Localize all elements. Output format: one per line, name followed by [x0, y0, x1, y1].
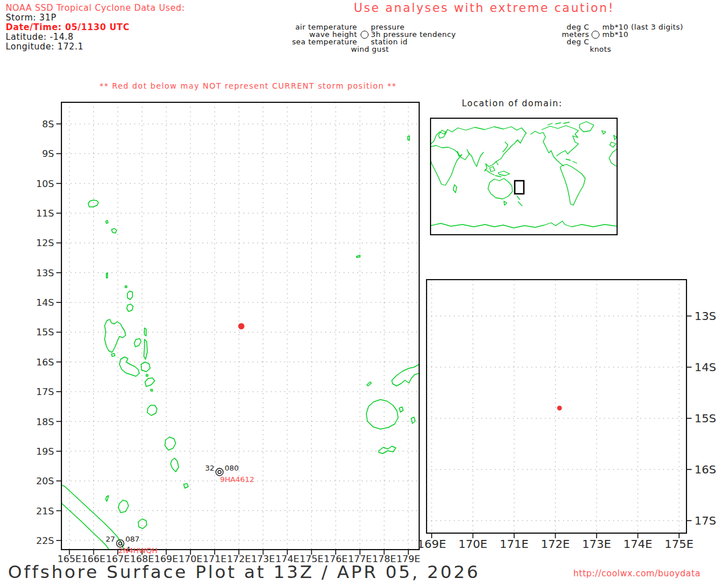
world-coastlines [431, 122, 617, 228]
coastline-erromango [165, 437, 176, 450]
storm-info-block: NOAA SSD Tropical Cyclone Data Used: Sto… [6, 3, 185, 52]
lat-tick-label: 8S [42, 119, 54, 130]
units-pressure-tendency-label: mb*10 [602, 30, 628, 39]
coastline-islet [106, 221, 108, 223]
storm-position-dot [557, 406, 562, 410]
coastline-ouvea [106, 496, 109, 501]
lat-tick-label: 13S [36, 268, 54, 278]
coastline-ambrym [141, 362, 150, 372]
lat-tick-label: 16S [694, 463, 716, 476]
coastline-islet [125, 286, 127, 288]
coastline-malo [111, 354, 115, 356]
domain-rectangle [515, 181, 524, 194]
station-plot: 27087-42N4HWQH [106, 535, 158, 555]
coastline-tanna [171, 458, 179, 472]
coastline-gau [411, 417, 415, 423]
lat-tick-label: 13S [694, 309, 716, 323]
legend-sea-temperature-label: sea temperature [292, 38, 357, 46]
lon-tick-label: 172E [541, 537, 570, 551]
zoom-map: 169E170E171E172E173E174E175E13S14S15S16S… [421, 274, 728, 561]
lat-tick-label: 22S [36, 535, 54, 546]
storm-source-line: NOAA SSD Tropical Cyclone Data Used: [6, 3, 185, 13]
lon-tick-label: 175E [665, 537, 694, 551]
coastline-tongoa [151, 389, 152, 391]
coastline-pentecost [144, 339, 147, 359]
lat-tick-label: 14S [36, 297, 54, 308]
main-map-overlay: 165E166E167E168E169E170E171E172E173E174E… [36, 119, 420, 564]
station-air-temp: 27 [106, 535, 115, 543]
lat-tick-label: 15S [694, 411, 716, 425]
zoom-map-grid [427, 280, 686, 533]
zoom-map-frame [427, 280, 686, 533]
lat-tick-label: 14S [694, 360, 716, 374]
coastline-mare [138, 519, 147, 529]
coastline-kadavu [379, 446, 396, 454]
storm-position-warning: ** Red dot below may NOT represent CURRE… [100, 81, 396, 90]
lat-tick-label: 9S [42, 148, 54, 159]
caution-banner: Use analyses with extreme caution! [354, 1, 614, 15]
coastline-epi [145, 378, 155, 386]
station-pressure: 087 [125, 535, 139, 543]
lat-tick-label: 15S [36, 327, 54, 338]
zoom-map-overlay: 169E170E171E172E173E174E175E13S14S15S16S… [417, 309, 717, 551]
coastline-islet [106, 273, 107, 278]
units-wind-gust-label: knots [590, 45, 611, 53]
lat-tick-label: 11S [36, 208, 54, 219]
legend-wind-gust-label: wind gust [351, 45, 389, 53]
station-circle-icon [592, 31, 599, 39]
coastline-malakula [119, 357, 139, 376]
lon-tick-label: 173E [582, 537, 611, 551]
coastline-maewo [144, 328, 146, 336]
coastline-islet [357, 255, 360, 257]
coastline-vanua-lava [127, 291, 133, 300]
main-map: 165E166E167E168E169E170E171E172E173E174E… [34, 98, 427, 569]
main-map-coastlines [56, 136, 419, 551]
lat-tick-label: 10S [36, 178, 54, 189]
coastline-santa-cruz [88, 200, 98, 207]
coastline-ambae [134, 339, 141, 347]
lat-tick-label: 17S [694, 514, 716, 527]
storm-datetime-line: Date/Time: 05/1130 UTC [6, 23, 185, 32]
coastline-lifou [118, 500, 129, 513]
lat-tick-label: 12S [36, 238, 54, 248]
coastline-islet [111, 228, 117, 233]
station-air-temp: 32 [205, 464, 214, 472]
lon-tick-label: 174E [623, 537, 652, 551]
inset-title: Location of domain: [462, 98, 562, 109]
lat-tick-label: 18S [36, 417, 54, 427]
coastline-ovalau [399, 407, 403, 412]
coastline-efate [147, 405, 157, 415]
inset-frame [431, 118, 617, 235]
units-sea-temp-label: deg C [566, 38, 589, 46]
station-circle-icon [361, 31, 369, 39]
lat-tick-label: 21S [36, 506, 54, 517]
source-url: http://coolwx.com/buoydata [573, 568, 701, 579]
station-id: 2N4HWQH [118, 546, 158, 555]
lat-tick-label: 20S [36, 476, 54, 487]
coastline-espiritu-santo [105, 319, 126, 352]
lat-tick-label: 19S [36, 446, 54, 457]
lat-tick-label: 17S [36, 386, 54, 397]
storm-latitude-line: Latitude: -14.8 [6, 32, 185, 42]
coastline-aneityum [184, 484, 188, 488]
coastline-vanua-levu [392, 364, 419, 386]
coastline-gaua [127, 304, 133, 311]
coastline-islet [408, 136, 410, 140]
coastline-viti-levu [366, 400, 398, 429]
storm-longitude-line: Longitude: 172.1 [6, 42, 185, 52]
coastline-paama [146, 375, 148, 376]
lon-tick-label: 170E [458, 537, 487, 551]
lon-tick-label: 169E [417, 537, 446, 551]
station-pressure: 080 [225, 464, 239, 472]
storm-position-dot [238, 323, 245, 329]
plot-title: Offshore Surface Plot at 13Z / APR 05, 2… [8, 562, 480, 582]
buoy-plot-page: NOAA SSD Tropical Cyclone Data Used: Sto… [0, 0, 728, 582]
storm-id-line: Storm: 31P [6, 13, 185, 23]
station-plot: 320809HA4612 [205, 464, 254, 484]
lon-tick-label: 171E [500, 537, 529, 551]
station-inner-circle-icon [218, 471, 221, 474]
coastline-yasawa [367, 382, 371, 386]
lat-tick-label: 16S [36, 357, 54, 368]
legend-station-id-label: station id [371, 38, 408, 46]
world-inset-map [429, 117, 618, 236]
